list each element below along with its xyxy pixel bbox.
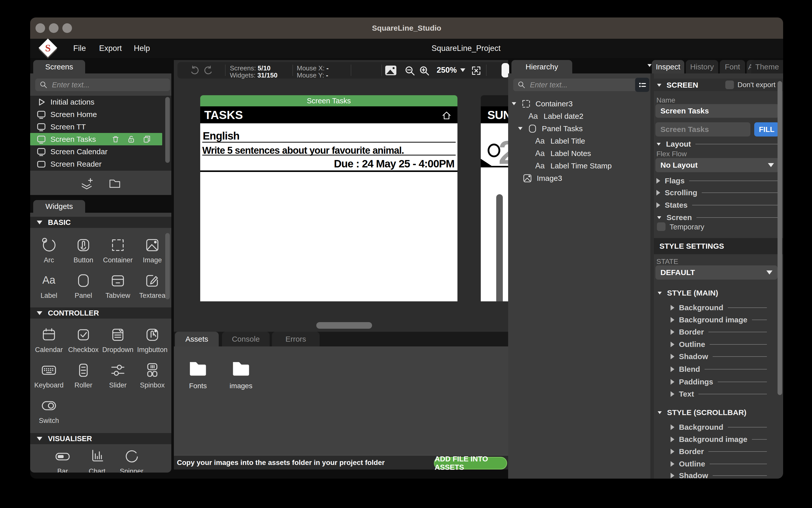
zoom-dropdown-icon[interactable] [460,69,465,72]
widget-calendar[interactable]: Calendar [32,327,66,354]
widget-spinbox[interactable]: Spinbox [135,362,169,389]
widget-spinner[interactable]: Spinner [114,448,149,472]
tab-assets[interactable]: Assets [175,332,219,346]
list-item-initial-actions[interactable]: Initial actions [30,96,171,108]
menu-help[interactable]: Help [134,39,150,58]
zoom-out-icon[interactable] [404,65,416,77]
duplicate-icon[interactable] [143,135,152,144]
tree-item-panel-tasks[interactable]: Panel Tasks [517,122,583,135]
inspector-scrollbar[interactable] [777,81,782,395]
zoom-level[interactable]: 250% [437,66,457,75]
phone2-header[interactable]: SUN [481,107,508,123]
hierarchy-search[interactable] [513,79,638,91]
canvas-hscrollbar[interactable] [316,322,372,329]
tab-errors[interactable]: Errors [272,332,319,346]
widget-tabview[interactable]: Tabview [101,272,135,300]
widget-image[interactable]: Image [135,237,169,264]
folder-images[interactable]: images [225,359,258,390]
tab-hierarchy[interactable]: Hierarchy [511,60,572,74]
add-file-button[interactable]: ADD FILE INTO ASSETS [434,457,507,469]
hierarchy-search-input[interactable] [530,81,634,89]
section-controller[interactable]: CONTROLLER [30,307,171,319]
redo-icon[interactable] [202,65,214,76]
add-screen-icon[interactable] [80,176,94,191]
style-scrollbar-section[interactable]: STYLE (SCROLLBAR) [657,408,746,417]
temporary-checkbox[interactable] [657,222,665,231]
widget-switch[interactable]: Switch [32,397,66,425]
tree-item-image3[interactable]: Image3 [522,172,562,184]
expand-icon[interactable] [512,102,516,105]
phone1-body[interactable]: English Write 5 sentences about your fav… [200,123,458,301]
style-main-section[interactable]: STYLE (MAIN) [657,289,718,297]
phone1-header[interactable]: TASKS [200,107,458,123]
list-item-screen-tt[interactable]: Screen TT [30,121,171,133]
states-section[interactable]: States [656,201,779,209]
tab-console[interactable]: Console [222,332,270,346]
tab-inspect[interactable]: Inspect [652,60,684,74]
tree-item-label-date2[interactable]: Aa Label date2 [528,110,583,122]
list-item-screen-tasks-selected[interactable]: Screen Tasks [30,133,162,145]
fill-button[interactable]: FILL [754,122,779,136]
panel-collapse-icon[interactable] [648,64,652,67]
tree-item-label-notes[interactable]: Aa Label Notes [535,147,591,160]
widget-arc[interactable]: Arc [32,237,66,264]
section-basic[interactable]: BASIC [30,217,171,228]
tab-history[interactable]: History [686,60,718,74]
tree-item-container3[interactable]: Container3 [511,97,573,110]
tab-widgets[interactable]: Widgets [33,200,85,213]
fullscreen-icon[interactable] [471,65,482,76]
style-row-sb-border[interactable]: Border [670,447,767,456]
scrolling-section[interactable]: Scrolling [656,188,779,197]
section-visualiser[interactable]: VISUALISER [30,433,171,444]
widget-panel[interactable]: Panel [66,272,101,300]
list-item-screen-reader[interactable]: Screen Reader [30,158,171,170]
widget-slider[interactable]: Slider [101,362,135,389]
widget-label-widget[interactable]: Aa Label [32,272,66,300]
unlock-icon[interactable] [127,135,136,144]
widget-roller[interactable]: Roller [66,362,101,389]
design-canvas[interactable]: Screens: 5/10 Widgets: 31/150 Mouse X: -… [174,60,508,332]
image-preview-icon[interactable] [385,65,397,76]
style-row-blend[interactable]: Blend [670,365,767,374]
tree-item-label-time-stamp[interactable]: Aa Label Time Stamp [535,160,612,172]
folder-fonts[interactable]: Fonts [182,359,215,390]
screens-search[interactable] [35,79,170,91]
screens-scrollbar[interactable] [165,97,170,163]
style-row-sb-background-image[interactable]: Background image [670,435,767,444]
name-field[interactable]: Screen Tasks [655,104,779,118]
menu-export[interactable]: Export [99,39,122,58]
zoom-in-icon[interactable] [418,65,430,77]
screen-section-bar[interactable]: SCREEN Don't export [654,79,783,91]
widget-imgbutton[interactable]: Imgbutton [135,327,169,354]
home-icon[interactable] [441,110,452,121]
widget-textarea[interactable]: Textarea [135,272,169,300]
expand-icon[interactable] [518,127,523,130]
list-item-screen-calendar[interactable]: Screen Calendar [30,145,171,158]
style-row-outline[interactable]: Outline [670,340,767,349]
widget-button[interactable]: Button [66,237,101,264]
widget-bar[interactable]: Bar [45,448,80,472]
screen-tasks-tab[interactable]: Screen Tasks [200,95,458,107]
widgets-scrollbar[interactable] [165,233,170,299]
tab-theme[interactable]: Theme [751,60,783,74]
style-row-sb-outline[interactable]: Outline [670,460,767,468]
flags-section[interactable]: Flags [656,176,779,185]
style-row-paddings[interactable]: Paddings [670,378,767,386]
screen-sub-section[interactable]: Screen [656,213,779,222]
phone2-scrollbar[interactable] [496,194,503,301]
screens-search-input[interactable] [51,81,166,89]
tree-item-label-title[interactable]: Aa Label Title [535,135,585,147]
tab-font[interactable]: Font [720,60,745,74]
widget-chart[interactable]: Chart [80,448,114,472]
style-row-background-image[interactable]: Background image [670,315,767,324]
style-row-sb-shadow[interactable]: Shadow [670,471,767,479]
style-row-shadow[interactable]: Shadow [670,352,767,361]
tab-screens[interactable]: Screens [33,60,85,74]
menu-file[interactable]: File [73,39,86,58]
list-item-screen-home[interactable]: Screen Home [30,108,171,121]
style-row-border[interactable]: Border [670,328,767,336]
flex-flow-dropdown[interactable]: No Layout [655,158,779,172]
undo-icon[interactable] [189,65,200,76]
delete-icon[interactable] [111,135,120,144]
dont-export-checkbox[interactable] [725,81,734,89]
